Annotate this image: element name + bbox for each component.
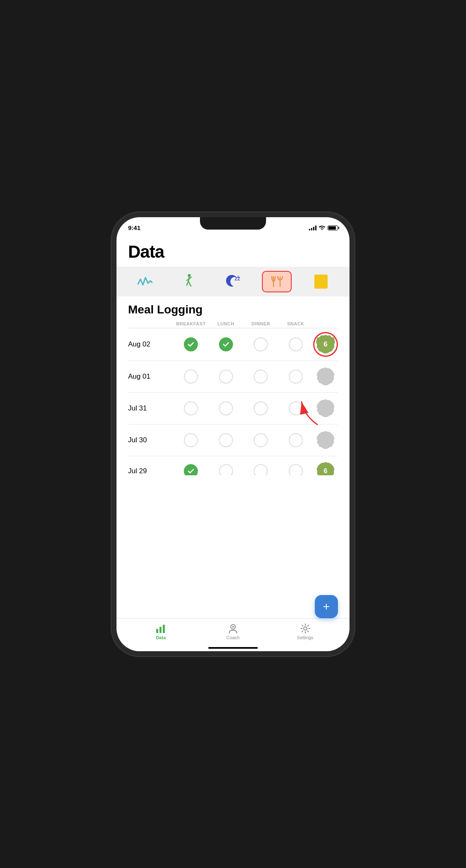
- check-filled: [219, 337, 233, 351]
- phone-frame: 9:41 Data: [116, 217, 350, 651]
- lunch-jul29[interactable]: [209, 464, 244, 475]
- status-time: 9:41: [128, 224, 140, 231]
- score-badge-gray: [316, 368, 335, 386]
- nav-data[interactable]: Data: [125, 623, 197, 640]
- check-empty: [219, 370, 233, 384]
- score-aug01: [313, 368, 338, 386]
- nav-data-label: Data: [156, 635, 166, 640]
- col-dinner: DINNER: [243, 321, 278, 326]
- wifi-icon: [319, 225, 326, 231]
- svg-point-15: [232, 626, 234, 628]
- section-title: Meal Logging: [128, 303, 338, 316]
- row-date-jul31: Jul 31: [128, 404, 174, 413]
- sleep-icon: ZZ Z: [225, 275, 241, 289]
- snack-jul30[interactable]: [278, 433, 314, 447]
- row-date-jul29: Jul 29: [128, 467, 174, 475]
- breakfast-aug01[interactable]: [174, 370, 209, 384]
- dinner-jul29[interactable]: [243, 464, 278, 475]
- breakfast-jul30[interactable]: [174, 433, 209, 447]
- svg-text:Z: Z: [237, 275, 239, 279]
- nav-settings-label: Settings: [297, 635, 314, 640]
- check-empty: [289, 337, 303, 351]
- status-icons: [309, 225, 338, 231]
- tab-steps[interactable]: [174, 271, 204, 292]
- dinner-jul30[interactable]: [243, 433, 278, 447]
- svg-rect-12: [159, 627, 162, 633]
- check-empty: [184, 433, 198, 447]
- check-empty: [254, 370, 268, 384]
- nav-coach[interactable]: Coach: [197, 623, 269, 640]
- tab-vitals[interactable]: [130, 271, 160, 292]
- svg-point-16: [304, 627, 307, 630]
- tab-sleep[interactable]: ZZ Z: [218, 271, 248, 292]
- table-row[interactable]: Aug 02: [128, 328, 338, 361]
- snack-aug02[interactable]: [278, 337, 314, 351]
- nav-coach-label: Coach: [226, 635, 240, 640]
- svg-line-3: [188, 281, 191, 286]
- check-empty: [219, 464, 233, 475]
- dinner-jul31[interactable]: [243, 401, 278, 415]
- check-empty: [289, 370, 303, 384]
- steps-icon: [184, 274, 194, 289]
- dinner-aug02[interactable]: [243, 337, 278, 351]
- breakfast-aug02[interactable]: [174, 337, 209, 351]
- col-lunch: LUNCH: [209, 321, 244, 326]
- check-empty: [184, 370, 198, 384]
- tab-meals[interactable]: [262, 271, 292, 292]
- page-title-section: Data: [116, 235, 350, 267]
- nav-settings[interactable]: Settings: [269, 623, 341, 640]
- lunch-aug02[interactable]: [209, 337, 244, 351]
- col-snack: SNACK: [278, 321, 314, 326]
- meals-icon: [269, 276, 284, 287]
- table-header: BREAKFAST LUNCH DINNER SNACK: [128, 320, 338, 328]
- category-tabs: ZZ Z: [116, 267, 350, 296]
- col-breakfast: BREAKFAST: [174, 321, 209, 326]
- coach-nav-icon: [227, 623, 239, 634]
- breakfast-jul31[interactable]: [174, 401, 209, 415]
- check-empty: [219, 401, 233, 415]
- dinner-aug01[interactable]: [243, 370, 278, 384]
- row-date-jul30: Jul 30: [128, 436, 174, 444]
- check-filled: [184, 464, 198, 475]
- score-jul30: [313, 431, 338, 449]
- row-date-aug01: Aug 01: [128, 372, 174, 381]
- check-empty: [254, 464, 268, 475]
- lunch-jul30[interactable]: [209, 433, 244, 447]
- check-empty: [289, 433, 303, 447]
- vitals-icon: [136, 276, 154, 287]
- check-empty: [219, 433, 233, 447]
- svg-rect-13: [163, 625, 165, 633]
- table-row-partial[interactable]: Jul 29 6: [128, 456, 338, 475]
- row-date-aug02: Aug 02: [128, 340, 174, 349]
- screen-content: Data: [116, 235, 350, 651]
- page-title: Data: [128, 242, 338, 262]
- check-empty: [254, 433, 268, 447]
- snack-jul29[interactable]: [278, 464, 314, 475]
- check-filled: [184, 337, 198, 351]
- breakfast-jul29[interactable]: [174, 464, 209, 475]
- tab-notes[interactable]: [306, 271, 336, 292]
- check-empty: [254, 337, 268, 351]
- score-badge-highlighted: 6: [316, 335, 335, 354]
- col-date: [128, 321, 174, 326]
- score-jul29: 6: [313, 462, 338, 475]
- main-section: Meal Logging BREAKFAST LUNCH DINNER SNAC…: [116, 296, 350, 651]
- lunch-jul31[interactable]: [209, 401, 244, 415]
- signal-icon: [309, 225, 316, 230]
- check-empty: [254, 401, 268, 415]
- table-row[interactable]: Aug 01: [128, 361, 338, 393]
- snack-aug01[interactable]: [278, 370, 314, 384]
- fab-add-button[interactable]: +: [315, 595, 338, 618]
- data-nav-icon: [155, 623, 166, 634]
- score-badge-gray: [316, 431, 335, 449]
- check-empty: [184, 401, 198, 415]
- score-aug02-wrapper[interactable]: 6: [313, 335, 338, 354]
- home-indicator: [208, 647, 258, 649]
- arrow-annotation: [297, 396, 321, 430]
- battery-icon: [328, 225, 338, 230]
- lunch-aug01[interactable]: [209, 370, 244, 384]
- check-empty: [289, 464, 303, 475]
- bottom-nav: Data Coach: [116, 618, 350, 651]
- col-score: [313, 321, 338, 326]
- score-badge-green: 6: [316, 462, 335, 475]
